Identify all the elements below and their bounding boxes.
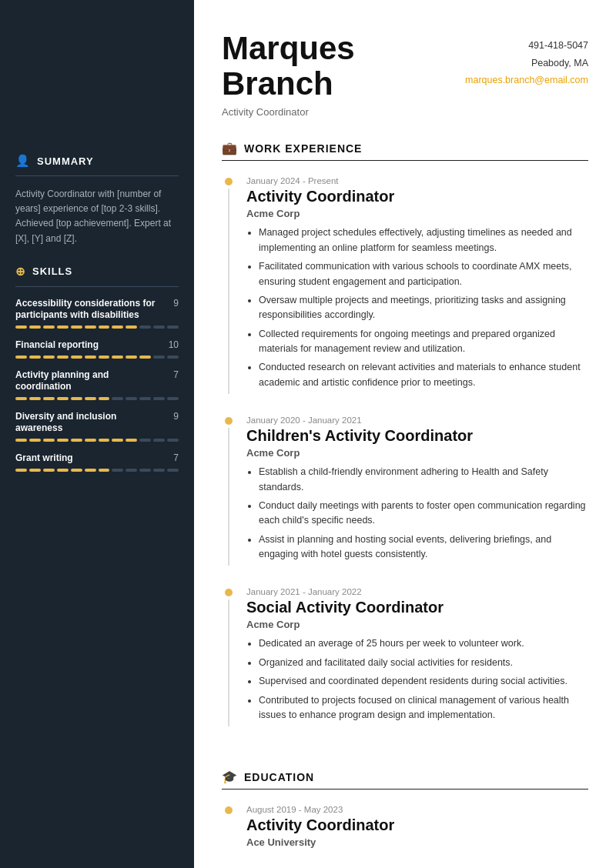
skill-bar-filled — [29, 397, 41, 400]
skill-item: Financial reporting10 — [15, 339, 179, 359]
skill-bar-filled — [85, 397, 96, 400]
skill-item: Grant writing7 — [15, 452, 179, 472]
skill-bar-filled — [43, 356, 55, 359]
skill-bar-filled — [71, 356, 82, 359]
skill-bar-filled — [85, 469, 96, 472]
skill-bar-empty — [153, 326, 165, 329]
skill-name: Financial reporting — [15, 339, 99, 352]
location: Peabody, MA — [465, 55, 588, 72]
candidate-name: Marques Branch — [222, 31, 355, 102]
skill-name: Accessibility considerations for partici… — [15, 298, 158, 322]
skill-item: Accessibility considerations for partici… — [15, 298, 179, 329]
work-company: Acme Corp — [246, 619, 588, 630]
skill-bar-filled — [57, 356, 69, 359]
skill-bar-filled — [126, 356, 137, 359]
work-bullet: Supervised and coordinated dependent res… — [259, 674, 588, 689]
skill-bar-filled — [29, 356, 41, 359]
phone: 491-418-5047 — [465, 37, 588, 55]
work-experience-section: 💼 WORK EXPERIENCE January 2024 - Present… — [194, 141, 616, 770]
work-bullet: Organized and facilitated daily social a… — [259, 656, 588, 670]
work-date: January 2024 - Present — [246, 176, 588, 185]
skill-bar-filled — [99, 356, 110, 359]
work-date: January 2021 - January 2022 — [246, 587, 588, 596]
person-icon: 👤 — [15, 154, 31, 168]
timeline-line — [228, 189, 229, 394]
education-section: 🎓 EDUCATION August 2019 - May 2023Activi… — [194, 770, 616, 868]
skill-bar-empty — [167, 326, 179, 329]
skill-bar-filled — [85, 326, 96, 329]
skill-bar-empty — [167, 469, 179, 472]
skill-score: 10 — [166, 339, 179, 350]
skill-bar — [15, 326, 179, 329]
timeline-line — [228, 599, 229, 726]
work-timeline — [222, 587, 236, 726]
work-role: Activity Coordinator — [246, 188, 588, 205]
skill-bar — [15, 356, 179, 359]
edu-degree: Activity Coordinator — [246, 816, 394, 834]
work-company: Acme Corp — [246, 447, 588, 459]
skill-bar-filled — [57, 469, 69, 472]
skill-bar-filled — [29, 439, 41, 442]
work-experience-title: 💼 WORK EXPERIENCE — [222, 141, 588, 155]
skill-name: Activity planning and coordination — [15, 369, 158, 393]
skill-bar-filled — [99, 469, 110, 472]
skill-bar-empty — [153, 397, 165, 400]
resume-container: 👤 SUMMARY Activity Coordinator with [num… — [0, 0, 616, 868]
skills-section: ⊕ SKILLS Accessibility considerations fo… — [0, 265, 194, 501]
graduation-icon: 🎓 — [222, 770, 238, 784]
work-entries-list: January 2024 - PresentActivity Coordinat… — [222, 176, 588, 726]
education-title: 🎓 EDUCATION — [222, 770, 588, 784]
work-bullet: Collected requirements for ongoing meeti… — [259, 327, 588, 357]
skill-name: Grant writing — [15, 452, 73, 465]
skill-bar-filled — [99, 397, 110, 400]
work-bullets: Dedicated an average of 25 hours per wee… — [246, 636, 588, 723]
skill-bar-empty — [126, 397, 137, 400]
work-timeline — [222, 416, 236, 566]
work-bullet: Facilitated communication with various s… — [259, 259, 588, 289]
skill-bar-filled — [85, 439, 96, 442]
skill-bar-empty — [112, 469, 123, 472]
skill-bar-filled — [29, 469, 41, 472]
skill-bar-empty — [167, 439, 179, 442]
work-entry: January 2024 - PresentActivity Coordinat… — [222, 176, 588, 394]
skill-bar-empty — [112, 397, 123, 400]
skill-score: 9 — [166, 298, 179, 309]
skill-bar-empty — [153, 439, 165, 442]
skill-bar-filled — [99, 439, 110, 442]
skills-title: ⊕ SKILLS — [15, 265, 179, 279]
skill-bar — [15, 469, 179, 472]
skill-item: Activity planning and coordination7 — [15, 369, 179, 400]
work-bullet: Contributed to projects focused on clini… — [259, 693, 588, 723]
work-role: Social Activity Coordinator — [246, 599, 588, 616]
briefcase-icon: 💼 — [222, 141, 238, 155]
timeline-dot — [225, 589, 233, 596]
skill-bar-filled — [112, 439, 123, 442]
skill-bar-empty — [167, 397, 179, 400]
skill-bar-filled — [57, 439, 69, 442]
edu-school: Ace University — [246, 836, 394, 848]
work-bullet: Conducted research on relevant activitie… — [259, 360, 588, 390]
skill-name: Diversity and inclusion awareness — [15, 411, 158, 435]
skill-bar-empty — [126, 469, 137, 472]
header: Marques Branch Activity Coordinator 491-… — [194, 0, 616, 141]
skill-bar — [15, 439, 179, 442]
skill-bar-filled — [15, 326, 27, 329]
skill-bar-empty — [167, 356, 179, 359]
edu-dot — [225, 806, 233, 814]
skill-score: 7 — [166, 369, 179, 380]
skill-bar-filled — [71, 439, 82, 442]
skill-bar-filled — [15, 439, 27, 442]
timeline-line — [228, 428, 229, 566]
skill-bar-empty — [139, 439, 151, 442]
skill-bar-filled — [43, 397, 55, 400]
skill-bar-filled — [43, 439, 55, 442]
skill-bar-empty — [153, 469, 165, 472]
skill-bar-filled — [112, 326, 123, 329]
work-role: Children's Activity Coordinator — [246, 427, 588, 445]
header-left: Marques Branch Activity Coordinator — [222, 31, 355, 118]
skill-bar-filled — [71, 397, 82, 400]
email: marques.branch@email.com — [465, 72, 588, 89]
work-company: Acme Corp — [246, 208, 588, 219]
work-bullet: Conduct daily meetings with parents to f… — [259, 499, 588, 529]
skill-bar-filled — [57, 397, 69, 400]
